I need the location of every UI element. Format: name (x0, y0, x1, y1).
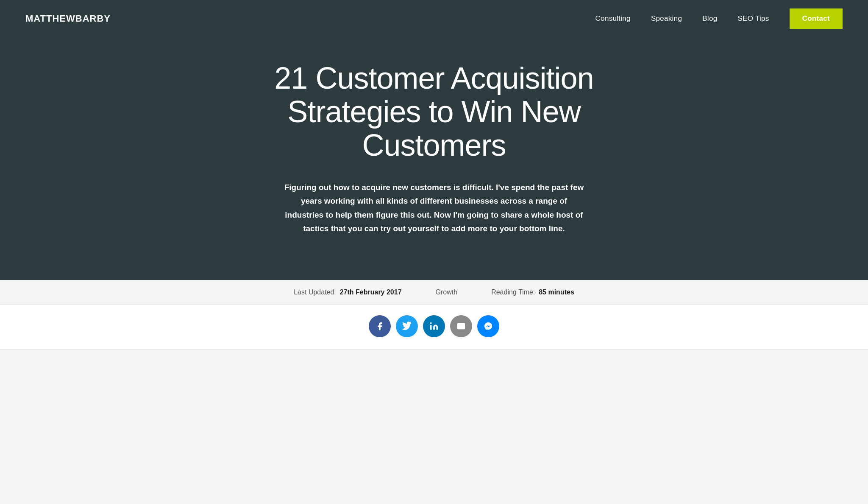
hero-title: 21 Customer Acquisition Strategies to Wi… (243, 62, 625, 162)
header: MATTHEWBARBY Consulting Speaking Blog SE… (0, 0, 868, 37)
facebook-icon (375, 322, 384, 331)
reading-time-value: 85 minutes (539, 288, 574, 296)
site-logo[interactable]: MATTHEWBARBY (25, 13, 111, 24)
reading-time-label: Reading Time: (491, 288, 535, 296)
nav-item-consulting[interactable]: Consulting (595, 14, 631, 23)
nav-item-speaking[interactable]: Speaking (651, 14, 682, 23)
messenger-icon (484, 322, 493, 331)
last-updated-label: Last Updated: (294, 288, 336, 296)
svg-point-1 (430, 322, 432, 324)
meta-bar: Last Updated: 27th February 2017 Growth … (0, 280, 868, 305)
nav-item-blog[interactable]: Blog (702, 14, 717, 23)
linkedin-icon (429, 322, 439, 331)
logo-first: MATTHEW (25, 13, 75, 24)
contact-button[interactable]: Contact (790, 8, 843, 29)
logo-bold: BARBY (75, 13, 111, 24)
last-updated-value: 27th February 2017 (340, 288, 402, 296)
svg-rect-0 (430, 325, 432, 330)
twitter-icon (402, 322, 412, 331)
nav-item-seo-tips[interactable]: SEO Tips (737, 14, 769, 23)
share-messenger-button[interactable] (477, 315, 499, 337)
email-icon (456, 322, 466, 331)
share-email-button[interactable] (450, 315, 472, 337)
reading-time: Reading Time: 85 minutes (491, 288, 574, 296)
last-updated: Last Updated: 27th February 2017 (294, 288, 401, 296)
hero-description: Figuring out how to acquire new customer… (281, 181, 587, 235)
share-twitter-button[interactable] (396, 315, 418, 337)
share-facebook-button[interactable] (369, 315, 391, 337)
main-nav: Consulting Speaking Blog SEO Tips Contac… (595, 8, 843, 29)
category-label: Growth (436, 288, 458, 296)
share-linkedin-button[interactable] (423, 315, 445, 337)
hero-section: 21 Customer Acquisition Strategies to Wi… (0, 0, 868, 280)
social-share-bar (0, 305, 868, 350)
